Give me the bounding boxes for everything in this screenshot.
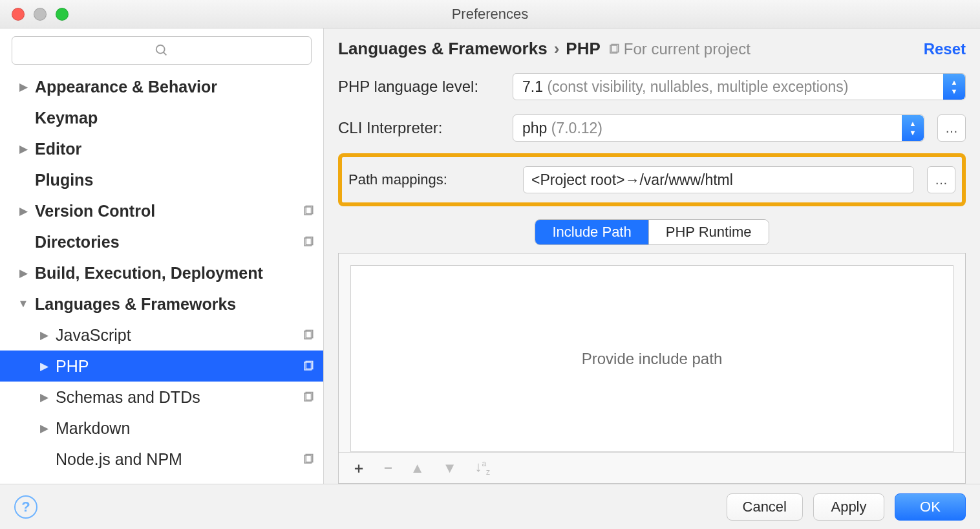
- sidebar-item-label: Markdown: [56, 419, 315, 438]
- sort-az-button: ↓az: [474, 459, 490, 477]
- disclosure-closed-icon: ▶: [17, 266, 30, 280]
- footer: ? Cancel Apply OK: [0, 484, 980, 529]
- sidebar-item-label: Plugins: [35, 171, 315, 189]
- sidebar-item-php[interactable]: ▶PHP: [0, 351, 323, 382]
- breadcrumb-b: PHP: [566, 39, 600, 59]
- cli-interpreter-label: CLI Interpreter:: [338, 119, 500, 137]
- include-path-placeholder: Provide include path: [350, 265, 953, 452]
- sidebar-item-label: Schemas and DTDs: [56, 388, 296, 407]
- cli-interpreter-select[interactable]: php (7.0.12) ▲▼: [513, 114, 924, 142]
- sidebar-item-version-control[interactable]: ▶Version Control: [0, 195, 323, 226]
- breadcrumb-row: Languages & Frameworks › PHP For current…: [338, 39, 966, 59]
- project-scope-icon: [301, 235, 315, 249]
- project-scope-icon: [301, 390, 315, 404]
- sidebar-item-label: Node.js and NPM: [56, 450, 296, 469]
- help-button[interactable]: ?: [14, 495, 37, 519]
- scope-label: For current project: [624, 40, 751, 58]
- disclosure-closed-icon: ▶: [37, 391, 50, 404]
- sidebar-item-markdown[interactable]: ▶Markdown: [0, 413, 323, 444]
- sidebar-item-label: PHP: [56, 357, 296, 376]
- move-down-button: ▼: [443, 460, 457, 477]
- ok-button[interactable]: OK: [895, 493, 966, 521]
- search-input[interactable]: [12, 36, 312, 65]
- path-mappings-label: Path mappings:: [348, 171, 510, 188]
- cancel-button[interactable]: Cancel: [727, 493, 803, 521]
- disclosure-closed-icon: ▶: [17, 142, 30, 156]
- sidebar-item-javascript[interactable]: ▶JavaScript: [0, 319, 323, 351]
- sidebar-item-keymap[interactable]: ▶Keymap: [0, 102, 323, 133]
- sidebar-item-label: Version Control: [35, 202, 296, 221]
- disclosure-closed-icon: ▶: [37, 329, 50, 342]
- path-mappings-browse-button[interactable]: …: [927, 166, 955, 193]
- sidebar-item-label: Editor: [35, 140, 315, 158]
- window-title: Preferences: [0, 6, 980, 23]
- php-language-level-label: PHP language level:: [338, 78, 500, 96]
- sidebar-item-label: Directories: [35, 233, 296, 252]
- project-scope-icon: [608, 43, 620, 55]
- project-scope-icon: [301, 328, 315, 342]
- include-path-panel: Provide include path ＋ − ▲ ▼ ↓az: [338, 253, 966, 484]
- stepper-icon: ▲▼: [902, 115, 924, 141]
- sidebar-item-directories[interactable]: ▶Directories: [0, 226, 323, 257]
- disclosure-closed-icon: ▶: [37, 360, 50, 373]
- include-tabs: Include Path PHP Runtime: [535, 219, 769, 245]
- php-language-level-select[interactable]: 7.1 (const visibility, nullables, multip…: [513, 73, 966, 100]
- breadcrumb-sep-icon: ›: [554, 39, 560, 59]
- sidebar: ▶Appearance & Behavior▶Keymap▶Editor▶Plu…: [0, 28, 323, 484]
- path-mappings-field[interactable]: <Project root>→/var/www/html: [523, 166, 914, 193]
- disclosure-closed-icon: ▶: [17, 80, 30, 94]
- sidebar-item-build-execution-deployment[interactable]: ▶Build, Execution, Deployment: [0, 257, 323, 288]
- search-icon: [154, 43, 169, 58]
- sidebar-item-languages-frameworks[interactable]: ▼Languages & Frameworks: [0, 288, 323, 319]
- move-up-button: ▲: [410, 460, 425, 477]
- remove-button: −: [384, 460, 392, 477]
- disclosure-closed-icon: ▶: [17, 204, 30, 218]
- project-scope-icon: [301, 359, 315, 373]
- cli-interpreter-browse-button[interactable]: …: [937, 114, 966, 142]
- sidebar-item-label: Build, Execution, Deployment: [35, 264, 315, 283]
- cli-interpreter-row: CLI Interpreter: php (7.0.12) ▲▼ …: [338, 114, 966, 142]
- disclosure-open-icon: ▼: [17, 297, 30, 310]
- sidebar-item-editor[interactable]: ▶Editor: [0, 133, 323, 164]
- svg-line-1: [164, 52, 167, 56]
- include-path-toolbar: ＋ − ▲ ▼ ↓az: [339, 452, 965, 483]
- add-button[interactable]: ＋: [352, 459, 366, 478]
- svg-point-0: [156, 45, 165, 54]
- breadcrumb-a[interactable]: Languages & Frameworks: [338, 39, 548, 59]
- project-scope-icon: [301, 204, 315, 218]
- sidebar-item-label: Appearance & Behavior: [35, 78, 315, 96]
- sidebar-item-label: JavaScript: [56, 326, 296, 345]
- tab-php-runtime[interactable]: PHP Runtime: [648, 220, 769, 244]
- path-mappings-highlight: Path mappings: <Project root>→/var/www/h…: [338, 153, 966, 206]
- reset-button[interactable]: Reset: [924, 40, 966, 58]
- sidebar-item-plugins[interactable]: ▶Plugins: [0, 164, 323, 195]
- titlebar: Preferences: [0, 0, 980, 28]
- sidebar-item-label: Keymap: [35, 109, 315, 127]
- php-language-level-row: PHP language level: 7.1 (const visibilit…: [338, 73, 966, 100]
- stepper-icon: ▲▼: [943, 74, 965, 100]
- project-scope-icon: [301, 452, 315, 466]
- tab-include-path[interactable]: Include Path: [535, 220, 648, 244]
- settings-pane: Languages & Frameworks › PHP For current…: [323, 28, 980, 484]
- sidebar-item-node-js-and-npm[interactable]: ▶Node.js and NPM: [0, 444, 323, 475]
- sidebar-item-appearance-behavior[interactable]: ▶Appearance & Behavior: [0, 71, 323, 102]
- apply-button[interactable]: Apply: [813, 493, 884, 521]
- settings-tree: ▶Appearance & Behavior▶Keymap▶Editor▶Plu…: [0, 71, 323, 484]
- disclosure-closed-icon: ▶: [37, 422, 50, 435]
- sidebar-item-label: Languages & Frameworks: [35, 295, 315, 314]
- sidebar-item-schemas-and-dtds[interactable]: ▶Schemas and DTDs: [0, 382, 323, 413]
